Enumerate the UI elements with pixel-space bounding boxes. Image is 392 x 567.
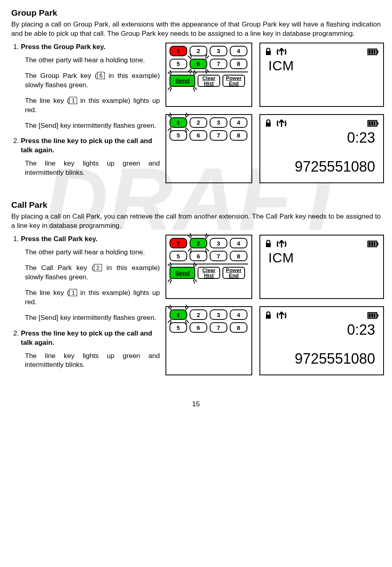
keypad-key-7[interactable]: 7 bbox=[210, 59, 227, 69]
svg-rect-8 bbox=[377, 122, 378, 125]
antenna-icon bbox=[276, 47, 287, 56]
svg-rect-6 bbox=[266, 123, 271, 127]
cp-s1-b2a: The Call Park key ( bbox=[25, 264, 94, 272]
keypad-powerend[interactable]: Power End bbox=[223, 267, 245, 279]
keypad-key-5[interactable]: 5 bbox=[169, 322, 187, 333]
gp-s1-b2a: The Group Park key ( bbox=[25, 72, 97, 80]
keypad-key-6[interactable]: 6 bbox=[190, 251, 207, 261]
keypad-key-7[interactable]: 7 bbox=[210, 322, 227, 333]
antenna-icon bbox=[276, 119, 287, 128]
gp-keypad-step1: 1 2 3 4 5 6 7 8 bbox=[165, 43, 252, 107]
keycap-1: 1 bbox=[69, 97, 77, 104]
svg-rect-18 bbox=[266, 315, 271, 319]
lock-icon bbox=[264, 119, 272, 128]
svg-rect-14 bbox=[377, 242, 378, 246]
keypad-key-7[interactable]: 7 bbox=[210, 130, 227, 141]
svg-rect-11 bbox=[374, 121, 376, 125]
cp-screen-step2: 0:23 9725551080 bbox=[259, 306, 384, 375]
group-park-intro: By placing a call on Group Park, all ext… bbox=[11, 20, 381, 39]
cp-step1: Press the Call Park key. The other party… bbox=[21, 235, 160, 323]
screen-number: 9725551080 bbox=[264, 350, 379, 367]
antenna-icon bbox=[276, 311, 287, 320]
keypad-key-4[interactable]: 4 bbox=[230, 309, 247, 320]
keypad-key-5[interactable]: 5 bbox=[169, 130, 187, 141]
clear-l2: Hist bbox=[204, 81, 214, 86]
svg-rect-10 bbox=[371, 121, 373, 125]
antenna-icon bbox=[276, 239, 287, 248]
keypad-powerend[interactable]: Power End bbox=[223, 75, 245, 87]
power-l1: Power bbox=[226, 76, 241, 81]
keypad-key-1[interactable]: 1 bbox=[169, 238, 187, 248]
gp-step1-b4: The [Send] key intermittently flashes gr… bbox=[25, 121, 160, 131]
svg-rect-16 bbox=[371, 242, 373, 246]
keypad-key-4[interactable]: 4 bbox=[230, 117, 247, 128]
cp-keypad-step1: 1 2 3 4 5 6 7 8 bbox=[165, 235, 252, 299]
svg-rect-17 bbox=[374, 242, 376, 246]
battery-icon bbox=[367, 48, 379, 55]
cp-step2-head: Press the line key to pick up the call a… bbox=[21, 330, 152, 346]
battery-icon bbox=[367, 312, 379, 319]
keypad-clearhist[interactable]: Clear Hist bbox=[198, 267, 220, 279]
lock-icon bbox=[264, 311, 272, 320]
keypad-key-5[interactable]: 5 bbox=[169, 59, 187, 69]
keypad-key-2[interactable]: 2 bbox=[190, 309, 207, 320]
keypad-key-2[interactable]: 2 bbox=[190, 117, 207, 128]
keypad-key-8[interactable]: 8 bbox=[230, 251, 247, 261]
cp-s1-b3a: The line key ( bbox=[25, 289, 69, 297]
keypad-clearhist[interactable]: Clear Hist bbox=[198, 75, 220, 87]
battery-icon bbox=[367, 240, 379, 248]
cp-step2-b1: The line key lights up green and intermi… bbox=[25, 352, 160, 370]
keypad-key-7[interactable]: 7 bbox=[210, 251, 227, 261]
keypad-send[interactable]: Send bbox=[169, 75, 195, 87]
gp-keypad-step2: 1 2 3 4 5 6 7 8 bbox=[165, 114, 252, 183]
keypad-key-4[interactable]: 4 bbox=[230, 46, 247, 56]
keypad-key-5[interactable]: 5 bbox=[169, 251, 187, 261]
keypad-key-2[interactable]: 2 bbox=[190, 46, 207, 56]
keypad-key-8[interactable]: 8 bbox=[230, 130, 247, 141]
cp-step2: Press the line key to pick up the call a… bbox=[21, 329, 160, 370]
keypad-key-3[interactable]: 3 bbox=[210, 117, 227, 128]
call-park-title: Call Park bbox=[11, 200, 381, 210]
keypad-key-4[interactable]: 4 bbox=[230, 238, 247, 248]
keypad-key-2[interactable]: 2 bbox=[190, 238, 207, 248]
gp-screen-step1: ICM bbox=[259, 43, 384, 107]
gp-step1-head: Press the Group Park key. bbox=[21, 43, 105, 51]
keypad-key-3[interactable]: 3 bbox=[210, 238, 227, 248]
keypad-key-8[interactable]: 8 bbox=[230, 322, 247, 333]
keypad-key-6[interactable]: 6 bbox=[190, 59, 207, 69]
keypad-send[interactable]: Send bbox=[169, 267, 195, 279]
keypad-key-8[interactable]: 8 bbox=[230, 59, 247, 69]
cp-step1-b1: The other party will hear a holding tone… bbox=[25, 248, 160, 257]
svg-rect-0 bbox=[266, 51, 271, 55]
keypad-key-3[interactable]: 3 bbox=[210, 309, 227, 320]
cp-step1-head: Press the Call Park key. bbox=[21, 235, 98, 243]
svg-rect-2 bbox=[377, 50, 378, 53]
svg-rect-3 bbox=[369, 50, 371, 54]
keypad-key-3[interactable]: 3 bbox=[210, 46, 227, 56]
keypad-key-1[interactable]: 1 bbox=[169, 117, 187, 128]
keypad-key-1[interactable]: 1 bbox=[169, 46, 187, 56]
keycap-6: 6 bbox=[97, 72, 105, 79]
power-l2: End bbox=[229, 273, 239, 278]
svg-rect-9 bbox=[369, 121, 371, 125]
svg-rect-23 bbox=[374, 313, 376, 317]
send-label: Send bbox=[175, 270, 190, 276]
clear-l1: Clear bbox=[202, 76, 216, 81]
screen-icm-label: ICM bbox=[268, 58, 379, 74]
gp-s1-b3a: The line key ( bbox=[25, 97, 69, 104]
group-park-title: Group Park bbox=[11, 8, 381, 18]
clear-l2: Hist bbox=[204, 273, 214, 278]
svg-rect-12 bbox=[266, 243, 271, 247]
screen-timer: 0:23 bbox=[264, 129, 379, 146]
keycap-2: 2 bbox=[94, 264, 102, 271]
power-l2: End bbox=[229, 81, 239, 86]
cp-step1-b4: The [Send] key intermittently flashes gr… bbox=[25, 313, 160, 323]
keypad-key-6[interactable]: 6 bbox=[190, 322, 207, 333]
screen-number: 9725551080 bbox=[264, 158, 379, 175]
keypad-key-1[interactable]: 1 bbox=[169, 309, 187, 320]
keypad-key-6[interactable]: 6 bbox=[190, 130, 207, 141]
svg-rect-22 bbox=[371, 313, 373, 317]
gp-step1-b1: The other party will hear a holding tone… bbox=[25, 56, 160, 65]
svg-rect-21 bbox=[369, 313, 371, 317]
screen-icm-label: ICM bbox=[268, 250, 379, 266]
